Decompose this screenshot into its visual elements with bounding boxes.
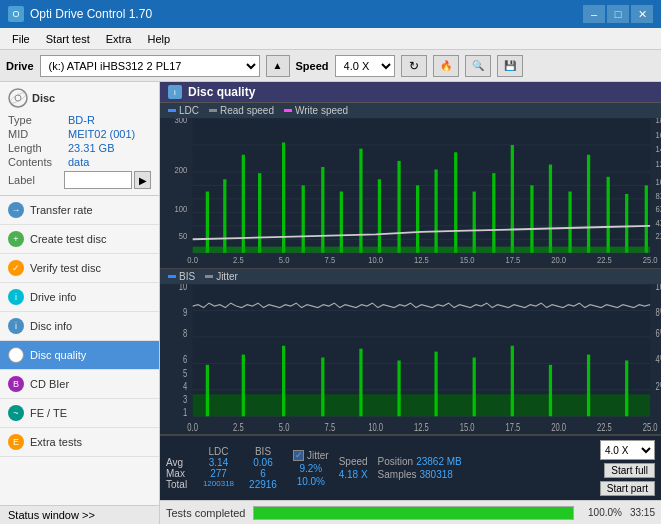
svg-rect-103 (549, 365, 552, 416)
label-key: Label (8, 174, 64, 186)
scan-button[interactable]: 🔍 (465, 55, 491, 77)
total-ldc: 1200318 (196, 479, 241, 490)
svg-text:50: 50 (179, 232, 188, 242)
quality-title: Disc quality (188, 85, 255, 99)
verify-test-disc-label: Verify test disc (30, 262, 101, 274)
write-speed-legend-label: Write speed (295, 105, 348, 116)
mid-val: MEIT02 (001) (68, 128, 135, 140)
sidebar-item-create-test-disc[interactable]: + Create test disc (0, 225, 159, 254)
disc-type-row: Type BD-R (8, 114, 151, 126)
svg-text:17.5: 17.5 (505, 255, 520, 265)
sidebar-item-transfer-rate[interactable]: → Transfer rate (0, 196, 159, 225)
speed-header-label: Speed (339, 456, 368, 467)
position-label: Position (378, 456, 414, 467)
transfer-rate-label: Transfer rate (30, 204, 93, 216)
svg-rect-47 (397, 161, 400, 253)
ldc-legend: LDC Read speed Write speed (160, 103, 661, 118)
maximize-button[interactable]: □ (607, 5, 629, 23)
svg-rect-96 (282, 346, 285, 417)
cd-bier-label: CD BIer (30, 378, 69, 390)
stats-speed-select[interactable]: 4.0 X (600, 440, 655, 460)
jitter-legend-dot (205, 275, 213, 278)
svg-text:22.5: 22.5 (597, 422, 612, 431)
svg-rect-59 (625, 194, 628, 253)
svg-rect-44 (340, 192, 343, 253)
minimize-button[interactable]: – (583, 5, 605, 23)
sidebar-item-fe-te[interactable]: ~ FE / TE (0, 399, 159, 428)
avg-label: Avg (166, 457, 194, 468)
label-input[interactable] (64, 171, 132, 189)
svg-text:20.0: 20.0 (551, 255, 566, 265)
svg-rect-54 (530, 185, 533, 252)
max-jitter: 10.0% (293, 476, 329, 487)
svg-text:300: 300 (175, 118, 188, 125)
read-speed-legend-label: Read speed (220, 105, 274, 116)
sidebar-item-disc-quality[interactable]: ◎ Disc quality (0, 341, 159, 370)
window-controls: – □ ✕ (583, 5, 653, 23)
svg-rect-56 (568, 192, 571, 253)
app-icon: O (8, 6, 24, 22)
svg-text:6X: 6X (656, 205, 661, 215)
start-full-button[interactable]: Start full (604, 463, 655, 478)
close-button[interactable]: ✕ (631, 5, 653, 23)
svg-text:1: 1 (183, 407, 187, 418)
eject-button[interactable]: ▲ (266, 55, 290, 77)
disc-quality-panel: i Disc quality LDC Read speed (160, 82, 661, 500)
svg-text:4: 4 (183, 381, 187, 392)
svg-rect-49 (434, 169, 437, 252)
ldc-chart-container: LDC Read speed Write speed (160, 103, 661, 269)
menu-help[interactable]: Help (139, 31, 178, 47)
sidebar-item-extra-tests[interactable]: E Extra tests (0, 428, 159, 457)
svg-text:2%: 2% (656, 381, 661, 392)
svg-rect-37 (206, 192, 209, 253)
disc-section-title: Disc (32, 92, 55, 104)
sidebar-item-cd-bier[interactable]: B CD BIer (0, 370, 159, 399)
transfer-rate-icon: → (8, 202, 24, 218)
svg-text:10%: 10% (656, 284, 661, 292)
refresh-button[interactable]: ↻ (401, 55, 427, 77)
svg-rect-40 (258, 173, 261, 253)
svg-rect-95 (242, 355, 245, 417)
main-area: Disc Type BD-R MID MEIT02 (001) Length 2… (0, 82, 661, 524)
save-button[interactable]: 💾 (497, 55, 523, 77)
svg-rect-55 (549, 165, 552, 253)
svg-rect-52 (492, 173, 495, 253)
menu-file[interactable]: File (4, 31, 38, 47)
svg-rect-94 (206, 365, 209, 416)
svg-text:12.5: 12.5 (414, 255, 429, 265)
svg-text:16X: 16X (656, 130, 661, 140)
contents-val: data (68, 156, 89, 168)
svg-text:15.0: 15.0 (460, 255, 475, 265)
speed-select[interactable]: 4.0 X (335, 55, 395, 77)
status-window-button[interactable]: Status window >> (0, 505, 159, 524)
svg-rect-48 (416, 185, 419, 252)
disc-mid-row: MID MEIT02 (001) (8, 128, 151, 140)
burn-button[interactable]: 🔥 (433, 55, 459, 77)
svg-text:2.5: 2.5 (233, 422, 244, 431)
svg-text:10X: 10X (656, 178, 661, 188)
svg-rect-58 (607, 177, 610, 253)
jitter-checkbox[interactable]: ✓ (293, 450, 304, 461)
label-go-button[interactable]: ▶ (134, 171, 151, 189)
sidebar-item-verify-test-disc[interactable]: ✓ Verify test disc (0, 254, 159, 283)
bis-header: BIS (243, 446, 283, 457)
quality-header: i Disc quality (160, 82, 661, 103)
start-part-button[interactable]: Start part (600, 481, 655, 496)
svg-rect-60 (645, 185, 648, 252)
cd-bier-icon: B (8, 376, 24, 392)
svg-text:22.5: 22.5 (597, 255, 612, 265)
menu-extra[interactable]: Extra (98, 31, 140, 47)
sidebar-item-drive-info[interactable]: i Drive info (0, 283, 159, 312)
drive-select[interactable]: (k:) ATAPI iHBS312 2 PL17 (40, 55, 260, 77)
bis-legend-item: BIS (168, 271, 195, 282)
svg-text:12X: 12X (656, 160, 661, 170)
svg-text:6%: 6% (656, 328, 661, 339)
menu-start-test[interactable]: Start test (38, 31, 98, 47)
jitter-legend-label: Jitter (216, 271, 238, 282)
total-label: Total (166, 479, 194, 490)
sidebar-item-disc-info[interactable]: i Disc info (0, 312, 159, 341)
verify-test-disc-icon: ✓ (8, 260, 24, 276)
svg-rect-102 (511, 346, 514, 417)
disc-panel: Disc Type BD-R MID MEIT02 (001) Length 2… (0, 82, 159, 196)
bis-chart-container: BIS Jitter (160, 269, 661, 435)
